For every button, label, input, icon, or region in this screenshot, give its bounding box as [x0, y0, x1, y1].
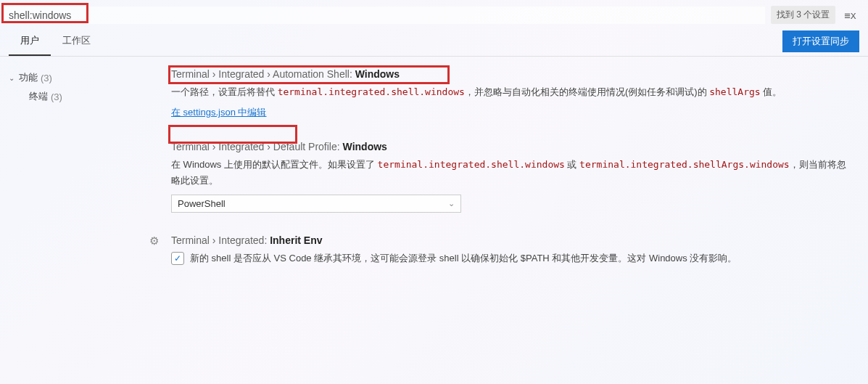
- setting-default-profile-windows: Terminal › Integrated › Default Profile:…: [145, 141, 851, 213]
- chevron-down-icon: ⌄: [9, 74, 19, 82]
- default-profile-select[interactable]: PowerShell ⌄: [171, 195, 461, 213]
- settings-search-input[interactable]: [3, 7, 765, 24]
- select-value: PowerShell: [178, 198, 226, 209]
- code-literal: terminal.integrated.shell.windows: [378, 159, 565, 170]
- setting-title: Terminal › Integrated › Automation Shell…: [171, 68, 851, 80]
- results-count-badge: 找到 3 个设置: [771, 6, 835, 24]
- tab-workspace[interactable]: 工作区: [51, 27, 102, 56]
- inherit-env-checkbox[interactable]: ✓: [171, 252, 184, 265]
- open-settings-sync-button[interactable]: 打开设置同步: [782, 30, 859, 52]
- setting-description: 在 Windows 上使用的默认配置文件。如果设置了 terminal.inte…: [171, 157, 851, 189]
- gear-icon[interactable]: ⚙: [149, 234, 159, 248]
- setting-title: Terminal › Integrated › Default Profile:…: [171, 141, 851, 152]
- settings-content: Terminal › Integrated › Automation Shell…: [145, 57, 868, 384]
- chevron-down-icon: ⌄: [448, 199, 455, 208]
- setting-description: 一个路径，设置后将替代 terminal.integrated.shell.wi…: [171, 84, 851, 100]
- edit-in-settings-json-link[interactable]: 在 settings.json 中编辑: [171, 107, 267, 118]
- settings-toc-sidebar: ⌄ 功能 (3) 终端 (3): [0, 57, 145, 384]
- setting-title: Terminal › Integrated: Inherit Env: [171, 234, 851, 246]
- toc-group-label: 功能: [19, 71, 38, 84]
- setting-description: 新的 shell 是否应从 VS Code 继承其环境，这可能会源登录 shel…: [190, 250, 737, 266]
- toc-item-count: (3): [51, 91, 62, 102]
- setting-automation-shell-windows: Terminal › Integrated › Automation Shell…: [145, 68, 851, 119]
- tab-user[interactable]: 用户: [9, 27, 51, 56]
- toc-group-features[interactable]: ⌄ 功能 (3): [9, 68, 136, 87]
- code-literal: terminal.integrated.shell.windows: [278, 86, 465, 97]
- code-literal: terminal.integrated.shellArgs.windows: [579, 159, 790, 170]
- toc-item-label: 终端: [29, 90, 48, 103]
- filter-icon[interactable]: ≡x: [841, 7, 859, 24]
- toc-group-count: (3): [41, 73, 52, 83]
- setting-inherit-env: ⚙ Terminal › Integrated: Inherit Env ✓ 新…: [145, 234, 851, 266]
- code-literal: shellArgs: [709, 86, 760, 97]
- toc-item-terminal[interactable]: 终端 (3): [9, 87, 136, 106]
